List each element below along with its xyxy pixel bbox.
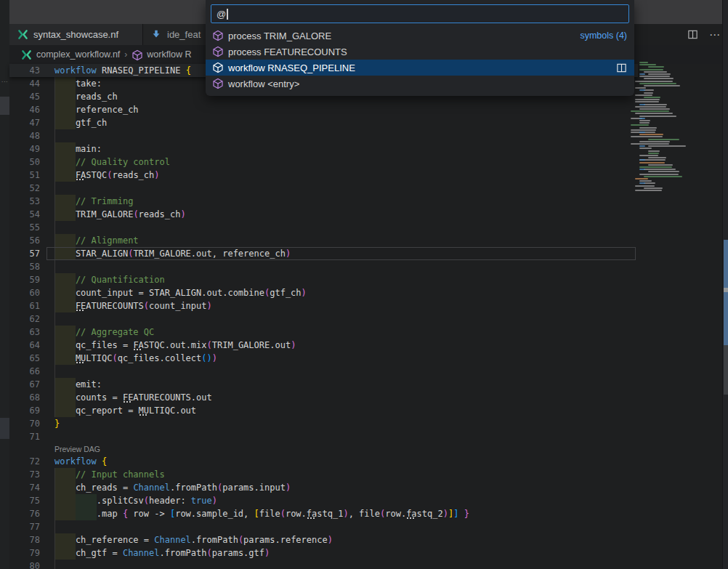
code-line[interactable]: 52 [9,182,638,195]
line-number[interactable]: 46 [9,103,40,116]
line-number[interactable]: 67 [9,378,40,391]
code-line[interactable]: 73// Input channels [9,468,638,481]
line-number[interactable]: 78 [9,533,40,546]
line-number[interactable]: 43 [9,64,40,77]
code-line[interactable]: 58 [9,260,638,273]
line-number[interactable]: 61 [9,299,40,312]
code-line[interactable]: 60count_input = STAR_ALIGN.out.combine(g… [9,286,638,299]
code-line[interactable]: 80 [9,560,638,569]
code-line[interactable]: 68counts = FEATURECOUNTS.out [9,391,638,404]
minimap[interactable] [638,62,722,527]
quickpick-item[interactable]: process FEATURECOUNTS [206,44,634,60]
indent-guide [54,468,55,481]
code-line[interactable]: 74ch_reads = Channel.fromPath(params.inp… [9,481,638,494]
code-line[interactable]: 66 [9,365,638,378]
line-number[interactable]: 69 [9,404,40,417]
line-number[interactable]: 79 [9,546,40,560]
line-number[interactable]: 68 [9,391,40,404]
indent-highlight [54,116,76,129]
tab-syntax-showcase-nf[interactable]: syntax_showcase.nf [9,24,143,45]
code-line[interactable]: 53// Trimming [9,195,638,208]
line-number[interactable]: 56 [9,234,40,247]
line-number[interactable]: 62 [9,312,40,326]
code-line[interactable]: 69qc_report = MULTIQC.out [9,404,638,417]
line-number[interactable]: 63 [9,326,40,339]
code-line[interactable]: 70} [9,417,638,430]
code-line[interactable]: 64qc_files = FASTQC.out.mix(TRIM_GALORE.… [9,339,638,352]
code-line[interactable]: 54TRIM_GALORE(reads_ch) [9,208,638,221]
code-line[interactable]: 51FASTQC(reads_ch) [9,169,638,182]
line-number[interactable]: 73 [9,468,40,481]
code-line[interactable]: 55 [9,221,638,234]
code-line[interactable]: 71 [9,430,638,443]
line-number[interactable]: 44 [9,77,40,90]
token: reads_ch [112,170,154,180]
breadcrumb-file[interactable]: complex_workflow.nf [36,49,120,60]
line-number[interactable]: 80 [9,560,40,569]
code-line[interactable]: 76.map { row -> [row.sample_id, [file(ro… [9,507,638,520]
code-line[interactable]: 79ch_gtf = Channel.fromPath(params.gtf) [9,546,638,560]
scrollbar-thumb[interactable] [724,240,728,345]
quickpick-input[interactable]: @ [211,4,629,23]
codelens-preview-dag[interactable]: Preview DAG [54,443,100,455]
code-line[interactable]: 75.splitCsv(header: true) [9,494,638,507]
code-line[interactable]: 46reference_ch [9,103,638,116]
more-icon[interactable]: ··· [0,78,9,85]
line-number[interactable]: 76 [9,507,40,520]
code-line[interactable]: 59// Quantification [9,273,638,286]
line-number[interactable]: 48 [9,129,40,142]
code-line[interactable]: 49main: [9,142,638,156]
scrollbar-thumb-secondary[interactable] [724,345,728,395]
line-number[interactable]: 53 [9,195,40,208]
line-number[interactable]: 66 [9,365,40,378]
line-number[interactable]: 70 [9,417,40,430]
scrollbar-position-marker [724,288,728,292]
code-line[interactable]: 50// Quality control [9,156,638,169]
code-line[interactable]: 72workflow { [9,455,638,468]
line-number[interactable]: 72 [9,455,40,468]
code-line[interactable]: 62 [9,312,638,326]
line-number[interactable]: 55 [9,221,40,234]
line-number[interactable]: 50 [9,156,40,169]
token: ) [264,548,270,558]
quickpick-item[interactable]: process TRIM_GALOREsymbols (4) [206,28,634,44]
line-number[interactable]: 51 [9,169,40,182]
code-line[interactable]: 65MULTIQC(qc_files.collect()) [9,352,638,365]
line-number[interactable]: 57 [9,247,40,260]
line-number[interactable]: 74 [9,481,40,494]
code-line[interactable]: 56// Alignment [9,234,638,247]
code-line[interactable]: 78ch_reference = Channel.fromPath(params… [9,533,638,546]
more-actions-icon[interactable]: ⋯ [709,28,721,41]
code-line[interactable]: 47gtf_ch [9,116,638,129]
quickpick-item[interactable]: workflow RNASEQ_PIPELINE [206,60,634,76]
split-editor-icon[interactable] [687,29,699,41]
token: main: [76,144,102,154]
line-number[interactable]: 49 [9,142,40,156]
indent-guide [54,142,55,156]
line-number[interactable]: 47 [9,116,40,129]
code-line[interactable]: 48 [9,129,638,142]
line-number[interactable]: 45 [9,90,40,103]
line-number[interactable]: 59 [9,273,40,286]
line-number[interactable]: 75 [9,494,40,507]
line-number[interactable]: 71 [9,430,40,443]
breadcrumb-symbol[interactable]: workflow R [147,49,191,60]
code-line[interactable]: 57STAR_ALIGN(TRIM_GALORE.out, reference_… [9,247,638,260]
split-editor-icon[interactable] [616,62,627,73]
line-number[interactable]: 58 [9,260,40,273]
line-number[interactable]: 64 [9,339,40,352]
line-number[interactable]: 65 [9,352,40,365]
line-number[interactable]: 60 [9,286,40,299]
code-line[interactable]: 67emit: [9,378,638,391]
code-line[interactable]: 61FEATURECOUNTS(count_input) [9,299,638,312]
line-number[interactable]: 77 [9,520,40,533]
line-number[interactable]: 54 [9,208,40,221]
line-number[interactable]: 52 [9,182,40,195]
quickpick-item[interactable]: workflow <entry> [206,76,634,92]
code-line[interactable]: 77 [9,520,638,533]
code-content: // Quantification [54,273,638,286]
code-content [54,430,638,443]
hint-token: fastq_1 [307,509,344,519]
panel-handle[interactable] [0,97,9,115]
code-line[interactable]: 63// Aggregate QC [9,326,638,339]
